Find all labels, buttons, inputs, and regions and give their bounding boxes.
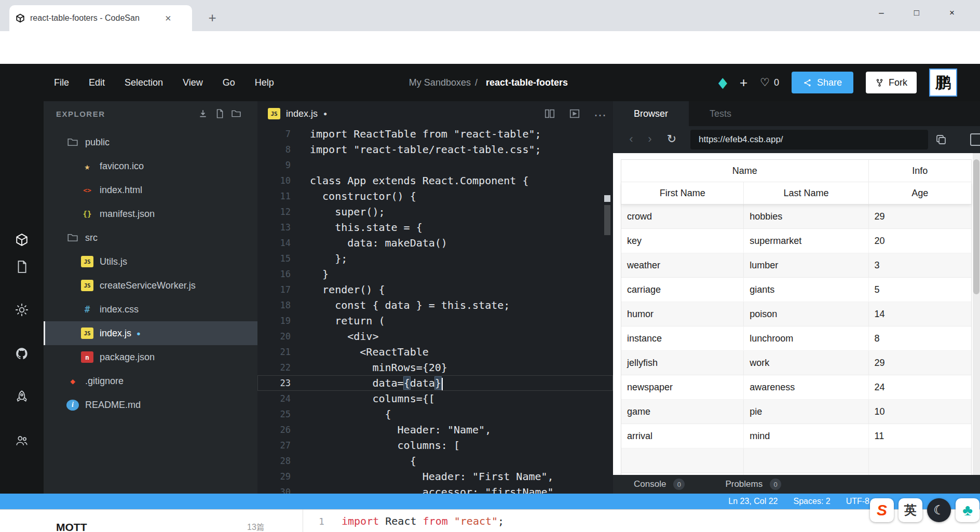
sandbox-title[interactable]: react-table-footers (486, 77, 568, 88)
code-line-12[interactable]: 12 super(); (257, 204, 613, 220)
menu-help[interactable]: Help (255, 77, 274, 88)
editor-scrollbar[interactable] (604, 205, 610, 235)
open-preview-icon[interactable] (569, 108, 580, 119)
menu-go[interactable]: Go (223, 77, 235, 88)
preview-tab-browser[interactable]: Browser (613, 101, 689, 126)
code-line-25[interactable]: 25 { (257, 406, 613, 422)
breadcrumb-prefix[interactable]: My Sandboxes (409, 77, 471, 88)
file-item-manifest-json[interactable]: {}manifest.json (44, 202, 257, 226)
fork-button[interactable]: Fork (866, 72, 917, 93)
code-line-17[interactable]: 17 render() { (257, 282, 613, 297)
code-line-24[interactable]: 24 columns={[ (257, 391, 613, 406)
github-icon[interactable] (15, 347, 29, 360)
file-icon-pkg: n (81, 351, 93, 363)
sandbox-cube-icon[interactable] (15, 233, 29, 247)
english-mode-icon[interactable]: 英 (899, 498, 922, 522)
copy-url-icon[interactable] (935, 133, 947, 146)
code-line-26[interactable]: 26 Header: "Name", (257, 422, 613, 438)
new-tab-button[interactable]: + (203, 9, 221, 27)
settings-gear-icon[interactable] (15, 303, 29, 317)
file-item--gitignore[interactable]: ◆.gitignore (44, 369, 257, 393)
code-line-22[interactable]: 22 minRows={20} (257, 360, 613, 375)
code-line-19[interactable]: 19 return ( (257, 313, 613, 329)
export-zip-icon[interactable] (198, 109, 208, 118)
code-line-23[interactable]: 23 data={data} (257, 375, 613, 391)
menu-selection[interactable]: Selection (125, 77, 163, 88)
code-line-15[interactable]: 15 }; (257, 251, 613, 266)
code-lines[interactable]: 7import ReactTable from "react-table";8i… (257, 126, 613, 500)
file-item-Utils-js[interactable]: JSUtils.js (44, 250, 257, 274)
preview-scrollbar[interactable] (973, 153, 980, 475)
share-button[interactable]: Share (792, 72, 853, 93)
preview-back-icon[interactable]: ‹ (623, 132, 639, 146)
file-item-index-js[interactable]: JSindex.js● (44, 321, 257, 345)
maximize-button[interactable]: □ (906, 4, 927, 22)
likes-group[interactable]: ♡ 0 (760, 76, 779, 89)
code-line-28[interactable]: 28 { (257, 453, 613, 469)
column-header-age[interactable]: Age (869, 182, 971, 204)
file-item-index-html[interactable]: <>index.html (44, 178, 257, 202)
file-item-public[interactable]: public (44, 130, 257, 154)
file-item-package-json[interactable]: npackage.json (44, 345, 257, 369)
code-line-11[interactable]: 11 constructor() { (257, 188, 613, 204)
file-item-favicon-ico[interactable]: ★favicon.ico (44, 154, 257, 178)
minimize-button[interactable]: – (871, 4, 892, 22)
code-line-21[interactable]: 21 <ReactTable (257, 344, 613, 360)
console-tab[interactable]: Console (634, 479, 666, 489)
menu-edit[interactable]: Edit (89, 77, 105, 88)
code-line-16[interactable]: 16 } (257, 266, 613, 282)
preview-scroll-thumb[interactable] (973, 159, 979, 294)
new-folder-icon[interactable] (232, 109, 241, 118)
code-line-18[interactable]: 18 const { data } = this.state; (257, 297, 613, 313)
preview-page: NameInfo First NameLast NameAge crowdhob… (613, 153, 980, 475)
close-button[interactable]: × (942, 4, 962, 22)
patron-gem-icon[interactable]: ◆ (718, 74, 727, 91)
editor-more-icon[interactable]: ⋯ (594, 108, 605, 119)
live-users-icon[interactable] (15, 434, 29, 447)
file-item-README-md[interactable]: iREADME.md (44, 393, 257, 417)
menu-file[interactable]: File (54, 77, 69, 88)
night-mode-moon-icon[interactable]: ☾ (927, 498, 951, 522)
files-icon[interactable] (15, 260, 29, 274)
column-header-first-name[interactable]: First Name (621, 182, 744, 204)
new-file-icon[interactable] (215, 109, 224, 118)
menu-view[interactable]: View (183, 77, 203, 88)
code-line-8[interactable]: 8import "react-table/react-table.css"; (257, 142, 613, 157)
file-icon-js: JS (81, 256, 93, 267)
skin-clover-icon[interactable]: ♣ (956, 498, 979, 522)
file-item-src[interactable]: src (44, 226, 257, 250)
code-line-9[interactable]: 9 (257, 157, 613, 173)
browser-tab[interactable]: react-table-footers - CodeSan × (9, 5, 192, 31)
preview-url-field[interactable]: https://efeb4.csb.app/ (690, 130, 928, 149)
cursor-position[interactable]: Ln 23, Col 22 (728, 497, 778, 506)
group-header-info[interactable]: Info (869, 160, 971, 182)
like-heart-icon[interactable]: ♡ (760, 76, 770, 89)
code-line-29[interactable]: 29 Header: "First Name", (257, 469, 613, 484)
indentation-setting[interactable]: Spaces: 2 (794, 497, 831, 506)
code-line-13[interactable]: 13 this.state = { (257, 220, 613, 235)
user-avatar[interactable]: 鹏 (929, 69, 957, 97)
new-sandbox-plus-icon[interactable]: + (740, 75, 747, 91)
editor-tab-indexjs[interactable]: JS index.js ● (257, 101, 337, 126)
preview-reload-icon[interactable]: ↻ (664, 132, 679, 146)
tab-close-icon[interactable]: × (165, 12, 171, 24)
line-number: 23 (257, 375, 291, 391)
code-line-7[interactable]: 7import ReactTable from "react-table"; (257, 126, 613, 142)
split-view-icon[interactable] (544, 108, 555, 119)
sogou-input-icon[interactable]: S (870, 498, 894, 522)
group-header-name[interactable]: Name (621, 160, 869, 182)
preview-tab-tests[interactable]: Tests (689, 101, 752, 126)
file-item-createServiceWorker-js[interactable]: JScreateServiceWorker.js (44, 274, 257, 297)
problems-tab[interactable]: Problems (725, 479, 763, 489)
code-line-10[interactable]: 10class App extends React.Component { (257, 173, 613, 188)
code-line-14[interactable]: 14 data: makeData() (257, 235, 613, 251)
encoding-setting[interactable]: UTF-8 (846, 497, 869, 506)
file-item-index-css[interactable]: #index.css (44, 297, 257, 321)
code-line-20[interactable]: 20 <div> (257, 329, 613, 344)
deployment-rocket-icon[interactable] (15, 390, 29, 403)
preview-forward-icon[interactable]: › (642, 132, 658, 146)
unsaved-dot-icon: ● (137, 330, 141, 337)
open-window-icon[interactable] (970, 133, 980, 146)
code-line-27[interactable]: 27 columns: [ (257, 438, 613, 453)
column-header-last-name[interactable]: Last Name (744, 182, 868, 204)
